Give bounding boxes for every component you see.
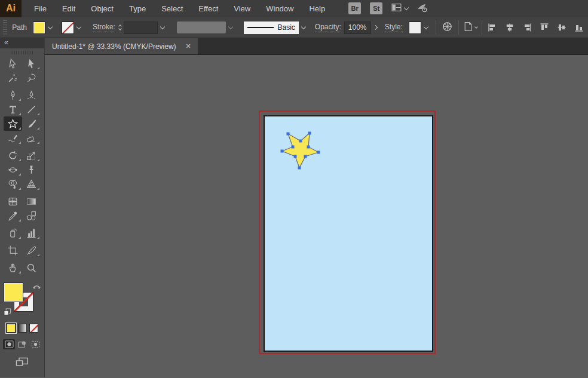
vertical-align-top-button[interactable] bbox=[538, 20, 550, 35]
separator bbox=[458, 20, 459, 35]
opacity-dropdown-button[interactable] bbox=[371, 21, 380, 34]
change-screen-mode-button[interactable] bbox=[16, 357, 29, 369]
opacity-field[interactable]: 100% bbox=[344, 21, 371, 34]
tab-close-icon[interactable]: ✕ bbox=[186, 42, 191, 50]
style-swatch[interactable] bbox=[409, 21, 421, 34]
stepper-down-icon[interactable] bbox=[118, 27, 122, 30]
draw-behind-button[interactable] bbox=[16, 339, 28, 349]
vertical-align-bottom-button[interactable] bbox=[573, 20, 585, 35]
perspective-grid-tool[interactable] bbox=[22, 177, 41, 191]
selection-tool[interactable] bbox=[4, 56, 22, 70]
brush-definition-dropdown-button[interactable] bbox=[299, 21, 309, 34]
lasso-tool[interactable] bbox=[22, 70, 41, 85]
document-setup-button[interactable] bbox=[463, 20, 477, 35]
menu-select[interactable]: Select bbox=[154, 0, 191, 17]
vertical-align-center-button[interactable] bbox=[556, 20, 568, 35]
menu-object[interactable]: Object bbox=[83, 0, 121, 17]
column-graph-tool[interactable] bbox=[22, 226, 41, 240]
tool-group bbox=[4, 88, 41, 145]
menu-file[interactable]: File bbox=[26, 0, 54, 17]
menu-edit[interactable]: Edit bbox=[54, 0, 83, 17]
width-tool[interactable] bbox=[4, 162, 22, 177]
menu-view[interactable]: View bbox=[226, 0, 258, 17]
scale-tool[interactable] bbox=[22, 148, 41, 162]
draw-normal-button[interactable] bbox=[3, 339, 15, 349]
eraser-tool[interactable] bbox=[22, 131, 41, 145]
stroke-weight-label[interactable]: Stroke: bbox=[93, 23, 115, 32]
anchor-point[interactable] bbox=[281, 150, 284, 153]
menu-window[interactable]: Window bbox=[258, 0, 301, 17]
style-dropdown-button[interactable] bbox=[421, 21, 431, 34]
anchor-point[interactable] bbox=[304, 155, 307, 158]
zoom-tool[interactable] bbox=[22, 260, 41, 275]
gradient-button[interactable] bbox=[18, 324, 27, 333]
menu-help[interactable]: Help bbox=[301, 0, 333, 17]
shape-builder-tool[interactable] bbox=[4, 177, 22, 191]
flyout-indicator bbox=[37, 142, 39, 144]
shaper-tool[interactable] bbox=[4, 131, 22, 145]
horizontal-align-left-button[interactable] bbox=[486, 20, 498, 35]
canvas[interactable] bbox=[45, 55, 588, 377]
star-tool[interactable] bbox=[4, 116, 22, 131]
puppet-warp-tool[interactable] bbox=[22, 162, 41, 177]
blend-tool[interactable] bbox=[22, 208, 41, 223]
control-bar-grip[interactable] bbox=[3, 20, 7, 35]
selection-type-label: Path bbox=[12, 23, 27, 32]
horizontal-align-center-button[interactable] bbox=[504, 20, 516, 35]
fill-color-dropdown-button[interactable] bbox=[45, 21, 56, 34]
line-segment-tool[interactable] bbox=[22, 102, 41, 116]
default-fill-stroke-button[interactable] bbox=[4, 308, 11, 318]
horizontal-align-right-button[interactable] bbox=[521, 20, 533, 35]
collapse-panel-button[interactable]: « bbox=[0, 38, 44, 48]
direct-selection-tool[interactable] bbox=[22, 56, 41, 70]
eyedropper-tool[interactable] bbox=[4, 208, 22, 223]
anchor-point[interactable] bbox=[307, 146, 310, 149]
document-tab[interactable]: Untitled-1* @ 33.33% (CMYK/Preview) ✕ bbox=[45, 38, 199, 54]
flyout-indicator bbox=[19, 173, 21, 176]
brush-definition-field[interactable]: Basic bbox=[244, 21, 299, 34]
anchor-point[interactable] bbox=[299, 140, 302, 143]
magic-wand-tool[interactable] bbox=[4, 70, 22, 85]
pen-tool[interactable] bbox=[4, 88, 22, 102]
hand-tool[interactable] bbox=[4, 260, 22, 275]
stroke-weight-field[interactable] bbox=[124, 21, 158, 34]
fill-indicator[interactable] bbox=[4, 283, 23, 302]
anchor-point[interactable] bbox=[287, 133, 290, 136]
artboard-tool[interactable] bbox=[4, 243, 22, 257]
mesh-tool[interactable] bbox=[4, 194, 22, 208]
color-button[interactable] bbox=[7, 324, 16, 333]
star-shape[interactable] bbox=[282, 133, 318, 168]
gradient-tool[interactable] bbox=[22, 194, 41, 208]
anchor-point[interactable] bbox=[308, 132, 311, 135]
curvature-tool[interactable] bbox=[22, 88, 41, 102]
fill-color-control bbox=[33, 21, 56, 34]
draw-inside-button[interactable] bbox=[29, 339, 41, 349]
recolor-artwork-button[interactable] bbox=[440, 20, 454, 35]
stroke-weight-dropdown-button[interactable] bbox=[158, 21, 167, 34]
tools-panel-grip[interactable] bbox=[11, 51, 33, 54]
anchor-point[interactable] bbox=[298, 167, 301, 170]
stock-button[interactable]: St bbox=[370, 2, 382, 14]
flyout-indicator bbox=[19, 219, 21, 222]
fill-color-swatch[interactable] bbox=[33, 21, 45, 34]
symbol-sprayer-tool[interactable] bbox=[4, 226, 22, 240]
gpu-performance-button[interactable] bbox=[417, 2, 427, 14]
paintbrush-tool[interactable] bbox=[22, 116, 41, 131]
bridge-button[interactable]: Br bbox=[348, 2, 361, 14]
style-label[interactable]: Style: bbox=[385, 23, 403, 32]
anchor-point[interactable] bbox=[317, 151, 320, 154]
none-button[interactable] bbox=[29, 324, 38, 333]
opacity-label[interactable]: Opacity: bbox=[315, 23, 341, 32]
menu-effect[interactable]: Effect bbox=[191, 0, 226, 17]
stroke-color-dropdown-button[interactable] bbox=[74, 21, 84, 34]
anchor-point[interactable] bbox=[294, 155, 297, 158]
stroke-weight-stepper[interactable] bbox=[119, 25, 121, 30]
menu-type[interactable]: Type bbox=[121, 0, 154, 17]
rotate-tool[interactable] bbox=[4, 148, 22, 162]
type-tool[interactable] bbox=[4, 102, 22, 116]
workspace-switcher[interactable] bbox=[391, 2, 408, 14]
swap-fill-stroke-button[interactable] bbox=[33, 283, 41, 292]
slice-tool[interactable] bbox=[22, 243, 41, 257]
anchor-point[interactable] bbox=[292, 146, 295, 149]
stroke-color-swatch[interactable] bbox=[62, 21, 74, 34]
